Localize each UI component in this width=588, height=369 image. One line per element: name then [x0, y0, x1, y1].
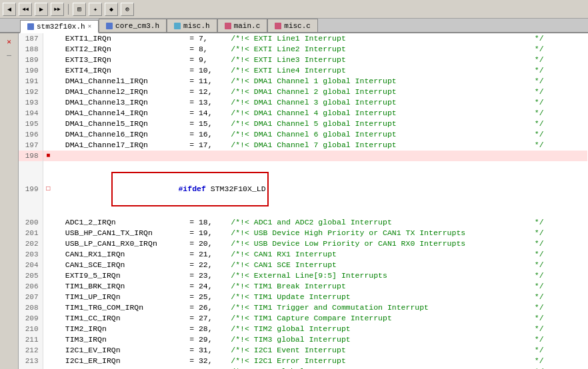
- line-marker: [43, 228, 53, 238]
- code-content: TIM3_IRQn = 29, /*!< TIM3 global Interru…: [53, 334, 587, 345]
- code-content: EXTI4_IRQn = 10, /*!< EXTI Line4 Interru…: [53, 65, 587, 76]
- table-row: 192 DMA1_Channel2_IRQn = 12, /*!< DMA1 C…: [19, 87, 587, 97]
- line-marker: [43, 281, 53, 292]
- line-marker: [43, 345, 53, 356]
- gutter-btn-close[interactable]: ✕: [3, 35, 16, 48]
- left-gutter: ✕ −: [0, 33, 19, 369]
- tab-misc_c[interactable]: misc.c: [267, 19, 318, 32]
- tab-close-stm32f10x[interactable]: ✕: [88, 23, 91, 30]
- toolbar-btn-8[interactable]: ⊕: [121, 3, 134, 16]
- line-num: 203: [19, 249, 43, 260]
- table-row: 190 EXTI4_IRQn = 10, /*!< EXTI Line4 Int…: [19, 65, 587, 76]
- tab-label-core_cm3: core_cm3.h: [115, 22, 159, 30]
- line-marker: [43, 97, 53, 108]
- code-content: I2C1_EV_IRQn = 31, /*!< I2C1 Event Inter…: [53, 345, 587, 356]
- toolbar-btn-6[interactable]: ✦: [89, 3, 102, 16]
- code-content: TIM1_TRG_COM_IRQn = 26, /*!< TIM1 Trigge…: [53, 302, 587, 313]
- table-row: 202 USB_LP_CAN1_RX0_IRQn = 20, /*!< USB …: [19, 238, 587, 249]
- tab-label-misc_c: misc.c: [284, 22, 311, 30]
- table-row: 195 DMA1_Channel5_IRQn = 15, /*!< DMA1 C…: [19, 119, 587, 129]
- table-row: 203 CAN1_RX1_IRQn = 21, /*!< CAN1 RX1 In…: [19, 249, 587, 260]
- tab-icon-misc_h: [174, 23, 181, 29]
- code-content: CAN1_RX1_IRQn = 21, /*!< CAN1 RX1 Interr…: [53, 249, 587, 260]
- line-marker: □: [43, 161, 53, 217]
- line-num: 211: [19, 334, 43, 345]
- line-marker: [43, 260, 53, 270]
- line-num: 189: [19, 55, 43, 65]
- code-content: [53, 151, 587, 161]
- tab-core_cm3[interactable]: core_cm3.h: [99, 19, 167, 32]
- code-content: TIM1_CC_IRQn = 27, /*!< TIM1 Capture Com…: [53, 313, 587, 324]
- line-num: 198: [19, 151, 43, 161]
- line-marker: [43, 238, 53, 249]
- tab-icon-misc_c: [275, 23, 281, 29]
- tab-label-main_c: main.c: [234, 22, 261, 30]
- code-content: TIM1_BRK_IRQn = 24, /*!< TIM1 Break Inte…: [53, 281, 587, 292]
- table-row: 196 DMA1_Channel6_IRQn = 16, /*!< DMA1 C…: [19, 129, 587, 140]
- table-row: 204 CAN1_SCE_IRQn = 22, /*!< CAN1 SCE In…: [19, 260, 587, 270]
- table-row: 191 DMA1_Channel1_IRQn = 11, /*!< DMA1 C…: [19, 76, 587, 87]
- code-area[interactable]: 187 EXTI1_IRQn = 7, /*!< EXTI Line1 Inte…: [19, 33, 588, 369]
- line-num: 202: [19, 238, 43, 249]
- table-row: 200 ADC1_2_IRQn = 18, /*!< ADC1 and ADC2…: [19, 217, 587, 228]
- toolbar: ◀ ◀◀ ▶ ▶▶ ⊞ ✦ ◆ ⊕: [0, 0, 588, 19]
- line-marker: [43, 44, 53, 55]
- code-content: SPI1_IRQn = 36, /*!< SPI1 global Interru…: [53, 366, 587, 369]
- tab-label-misc_h: misc.h: [183, 22, 210, 30]
- code-content: DMA1_Channel2_IRQn = 12, /*!< DMA1 Chann…: [53, 87, 587, 97]
- line-marker: [43, 366, 53, 369]
- table-row: 205 EXTI9_5_IRQn = 23, /*!< External Lin…: [19, 270, 587, 281]
- tab-main_c[interactable]: main.c: [217, 19, 268, 32]
- line-num: 192: [19, 87, 43, 97]
- code-content: TIM2_IRQn = 28, /*!< TIM2 global Interru…: [53, 324, 587, 334]
- line-num: 200: [19, 217, 43, 228]
- toolbar-btn-5[interactable]: ⊞: [73, 3, 86, 16]
- line-num: 212: [19, 345, 43, 356]
- table-row: 206 TIM1_BRK_IRQn = 24, /*!< TIM1 Break …: [19, 281, 587, 292]
- code-content: USB_HP_CAN1_TX_IRQn = 19, /*!< USB Devic…: [53, 228, 587, 238]
- line-num: 204: [19, 260, 43, 270]
- line-marker: [43, 270, 53, 281]
- table-row: 207 TIM1_UP_IRQn = 25, /*!< TIM1 Update …: [19, 292, 587, 302]
- table-row: 211 TIM3_IRQn = 29, /*!< TIM3 global Int…: [19, 334, 587, 345]
- code-content: DMA1_Channel5_IRQn = 15, /*!< DMA1 Chann…: [53, 119, 587, 129]
- line-num: 197: [19, 140, 43, 151]
- table-row: 209 TIM1_CC_IRQn = 27, /*!< TIM1 Capture…: [19, 313, 587, 324]
- code-content: EXTI3_IRQn = 9, /*!< EXTI Line3 Interrup…: [53, 55, 587, 65]
- line-num: 209: [19, 313, 43, 324]
- table-row: 213 I2C1_ER_IRQn = 32, /*!< I2C1 Error I…: [19, 356, 587, 366]
- line-marker: [43, 65, 53, 76]
- code-table: 187 EXTI1_IRQn = 7, /*!< EXTI Line1 Inte…: [19, 33, 588, 369]
- line-marker: [43, 108, 53, 119]
- line-num: 205: [19, 270, 43, 281]
- line-num: 208: [19, 302, 43, 313]
- line-marker: [43, 87, 53, 97]
- tab-misc_h[interactable]: misc.h: [167, 19, 217, 32]
- line-marker: [43, 217, 53, 228]
- code-content: USB_LP_CAN1_RX0_IRQn = 20, /*!< USB Devi…: [53, 238, 587, 249]
- code-content: I2C1_ER_IRQn = 32, /*!< I2C1 Error Inter…: [53, 356, 587, 366]
- line-num: 195: [19, 119, 43, 129]
- toolbar-btn-2[interactable]: ◀◀: [19, 3, 32, 16]
- code-content: DMA1_Channel6_IRQn = 16, /*!< DMA1 Chann…: [53, 129, 587, 140]
- toolbar-btn-4[interactable]: ▶▶: [51, 3, 64, 16]
- line-num: 196: [19, 129, 43, 140]
- table-row: 198 ■: [19, 151, 587, 161]
- table-row: 189 EXTI3_IRQn = 9, /*!< EXTI Line3 Inte…: [19, 55, 587, 65]
- tab-stm32f10x[interactable]: stm32f10x.h ✕: [20, 20, 99, 33]
- tab-icon-core_cm3: [106, 23, 113, 29]
- line-marker: [43, 356, 53, 366]
- toolbar-btn-1[interactable]: ◀: [3, 3, 16, 16]
- line-num: 214: [19, 366, 43, 369]
- toolbar-btn-3[interactable]: ▶: [35, 3, 48, 16]
- code-content: EXTI1_IRQn = 7, /*!< EXTI Line1 Interrup…: [53, 33, 587, 44]
- toolbar-btn-7[interactable]: ◆: [105, 3, 118, 16]
- table-row: 187 EXTI1_IRQn = 7, /*!< EXTI Line1 Inte…: [19, 33, 587, 44]
- line-marker: [43, 334, 53, 345]
- table-row: 214 SPI1_IRQn = 36, /*!< SPI1 global Int…: [19, 366, 587, 369]
- line-num: 187: [19, 33, 43, 44]
- gutter-btn-minus[interactable]: −: [3, 49, 16, 63]
- table-row: 208 TIM1_TRG_COM_IRQn = 26, /*!< TIM1 Tr…: [19, 302, 587, 313]
- tabs-bar: stm32f10x.h ✕ core_cm3.h misc.h main.c m…: [0, 19, 588, 33]
- line-num: 190: [19, 65, 43, 76]
